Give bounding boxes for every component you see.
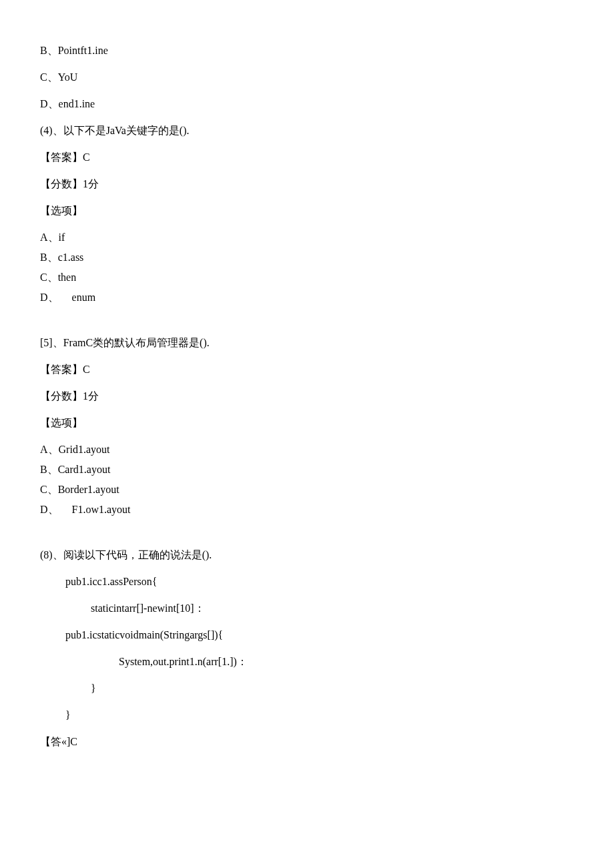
code-line: } (40, 710, 574, 721)
option-c: C、YoU (40, 72, 574, 83)
question-4: (4)、以下不是JaVa关键字的是(). (40, 125, 574, 136)
option-d: D、 F1.ow1.ayout (40, 504, 574, 515)
option-c: C、then (40, 272, 574, 283)
code-line: } (40, 683, 574, 694)
option-a: A、if (40, 232, 574, 243)
option-c: C、Border1.ayout (40, 484, 574, 495)
question-5: [5]、FramC类的默认布局管理器是(). (40, 338, 574, 348)
spacer (40, 319, 574, 338)
score-label: 【分数】1分 (40, 391, 574, 402)
option-b: B、Pointft1.ine (40, 45, 574, 56)
question-8: (8)、阅读以下代码，正确的说法是(). (40, 550, 574, 560)
answer-label: 【答案】C (40, 152, 574, 163)
code-line: System,out.print1.n(arr[1.])： (40, 657, 574, 667)
code-line: staticintarr[]-newint[10]： (40, 603, 574, 614)
answer-label: 【答案】C (40, 364, 574, 375)
score-label: 【分数】1分 (40, 179, 574, 189)
option-b: B、c1.ass (40, 252, 574, 263)
spacer (40, 531, 574, 550)
code-line: pub1.icc1.assPerson{ (40, 576, 574, 587)
options-label: 【选项】 (40, 418, 574, 428)
option-b: B、Card1.ayout (40, 464, 574, 475)
document-body: B、Pointft1.ine C、YoU D、end1.ine (4)、以下不是… (40, 45, 574, 763)
options-label: 【选项】 (40, 205, 574, 216)
option-a: A、Grid1.ayout (40, 444, 574, 455)
option-d: D、end1.ine (40, 99, 574, 109)
option-d: D、 enum (40, 292, 574, 303)
answer-label: 【答«]C (40, 737, 574, 747)
code-line: pub1.icstaticvoidmain(Stringargs[]){ (40, 630, 574, 640)
